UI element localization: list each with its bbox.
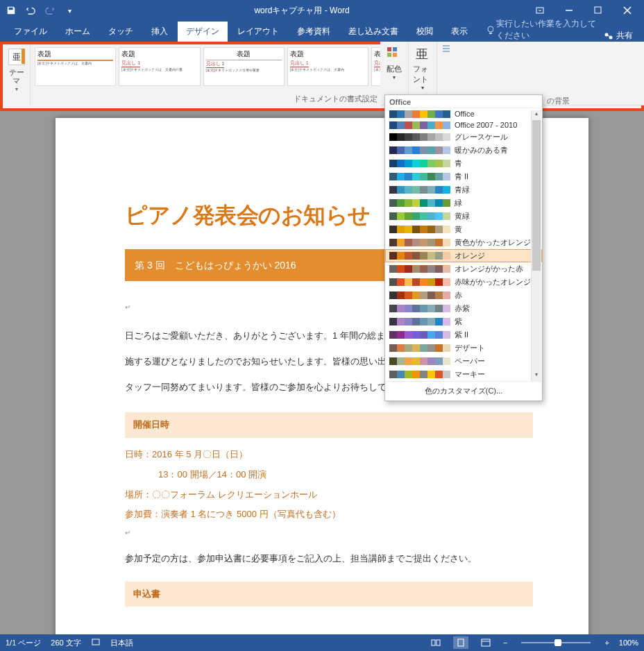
tab-design[interactable]: デザイン [178,22,228,42]
color-scheme-row[interactable]: 青 [385,157,542,170]
color-scheme-label: 青緑 [455,185,538,195]
color-scheme-row[interactable]: 赤紫 [385,302,542,315]
color-swatches [389,371,450,378]
tab-layout[interactable]: レイアウト [229,22,287,42]
color-scheme-row[interactable]: 紫 II [385,328,542,341]
document-canvas[interactable]: ピアノ発表会のお知らせ 第 3 回 こどもはっぴょうかい 2016 ↵ 日ごろは… [0,111,644,634]
color-scheme-row[interactable]: 青緑 [385,183,542,196]
color-scheme-row[interactable]: グレースケール [385,130,542,144]
card-sub: 見出し 1 [121,60,140,67]
word-count[interactable]: 260 文字 [51,638,80,648]
scroll-thumb[interactable] [532,120,541,271]
style-card[interactable]: 表題見出し 1[本文]テキストボックスは、文書内 [287,47,368,86]
fonts-button[interactable]: 亜 フォント ▾ [409,42,437,103]
color-scheme-row[interactable]: Office 2007 - 2010 [385,119,542,130]
color-scheme-label: ペーパー [455,356,538,366]
scroll-up[interactable]: ▴ [532,110,541,120]
language[interactable]: 日本語 [110,638,133,648]
color-swatches [389,331,450,339]
tab-review[interactable]: 校閲 [408,22,441,42]
share-button[interactable]: 共有 [598,30,638,42]
redo-button[interactable] [42,3,58,18]
ribbon-tabs: ファイル ホーム タッチ 挿入 デザイン レイアウト 参考資料 差し込み文書 校… [0,21,644,42]
schedule-line[interactable]: 13：00 開場／14：00 開演 [125,466,533,484]
color-scheme-row[interactable]: デザート [385,341,542,355]
card-body: [本文]テキストボックスは、文書内の重 [121,68,197,72]
theme-glyph: 亜 [12,51,21,63]
tab-file[interactable]: ファイル [6,22,56,42]
color-scheme-label: マーキー [455,369,538,380]
view-read[interactable] [428,636,443,649]
view-print[interactable] [453,636,468,649]
schedule-line[interactable]: 参加費：演奏者 1 名につき 5000 円（写真代も含む） [125,506,533,523]
schedule-line[interactable]: 場所：〇〇フォーラム レクリエーションホール [125,487,533,504]
tab-insert[interactable]: 挿入 [143,22,176,42]
ribbon-options-button[interactable] [526,2,554,19]
scroll-track[interactable] [532,120,541,371]
style-card[interactable]: 表題[本文]テキストボックスは、文書内 [35,47,116,86]
color-scheme-row[interactable]: ペーパー [385,355,542,368]
proofing-icon[interactable] [91,637,101,648]
color-scheme-row[interactable]: 黄 [385,223,542,236]
tab-view[interactable]: 表示 [443,22,476,42]
schedule-line[interactable]: 日時：2016 年 5 月〇日（日） [125,446,533,464]
share-icon [604,31,613,41]
body-line[interactable]: 参加予定の方は、参加申込書に必要事項をご記入の上、担当講師までご提出ください。 [125,550,533,568]
themes-button[interactable]: 亜 テーマ ▾ [6,47,28,94]
save-button[interactable] [3,3,19,18]
style-card[interactable]: 表題見出し 1[本文]テキストボックスは、文書内の重 [119,47,200,86]
bulb-icon [486,25,493,35]
color-scheme-row[interactable]: 紫 [385,315,542,328]
view-web[interactable] [478,636,493,649]
svg-rect-0 [536,8,543,13]
qat-more[interactable]: ▾ [61,3,78,18]
color-scheme-row[interactable]: 赤 [385,289,542,302]
heading-form[interactable]: 申込書 [125,582,533,607]
color-scheme-row[interactable]: Office [385,108,542,119]
tab-references[interactable]: 参考資料 [289,22,339,42]
color-scheme-row[interactable]: 黄色がかったオレンジ [385,236,542,249]
undo-icon [26,6,35,15]
color-swatches [389,318,450,326]
color-scheme-row[interactable]: 緑 [385,196,542,210]
tab-mailings[interactable]: 差し込み文書 [340,22,407,42]
style-card[interactable]: 表題見出し 1[本文]テキリトボックス引用や重要 [203,47,285,86]
color-scheme-row[interactable]: 暖かみのある青 [385,144,542,157]
close-button[interactable] [613,2,641,19]
scroll-down[interactable]: ▾ [532,371,541,381]
redo-icon [45,6,55,15]
color-scheme-row[interactable]: 黄緑 [385,210,542,223]
color-scheme-row[interactable]: マーキー [385,368,542,381]
color-scheme-label: 青 II [455,171,538,182]
heading-schedule[interactable]: 開催日時 [125,412,533,438]
fonts-label: フォント [413,64,432,85]
page-count[interactable]: 1/1 ページ [6,638,41,648]
card-body: [本文]テキストボックスは、文書内 [37,62,113,66]
color-scheme-label: グレースケール [455,132,538,142]
card-body: [本文]テキストボックスは、文書内 [290,68,366,72]
zoom-out[interactable]: − [503,639,507,647]
zoom-in[interactable]: + [604,639,609,647]
tab-touch[interactable]: タッチ [100,22,142,42]
themes-icon: 亜 [8,49,25,65]
tell-me[interactable]: 実行したい作業を入力してください [486,18,597,42]
color-swatches [389,344,450,352]
maximize-button[interactable] [584,2,612,19]
color-swatches [389,252,450,260]
color-scheme-label: 赤紫 [455,303,538,314]
colors-button[interactable]: 配色 ▾ [380,42,409,103]
undo-button[interactable] [22,3,39,18]
tab-home[interactable]: ホーム [57,22,99,42]
minimize-button[interactable] [555,2,583,19]
zoom-slider[interactable] [521,642,591,643]
popup-scrollbar[interactable]: ▴ ▾ [531,110,541,381]
zoom-level[interactable]: 100% [619,639,638,647]
customize-colors[interactable]: 色のカスタマイズ(C)... [385,381,542,400]
color-scheme-row[interactable]: オレンジ [385,249,542,262]
popup-section-label: Office [385,95,542,108]
color-scheme-row[interactable]: 赤味がかったオレンジ [385,276,542,289]
color-scheme-row[interactable]: オレンジがかった赤 [385,262,542,276]
zoom-thumb[interactable] [554,639,561,646]
color-scheme-row[interactable]: 青 II [385,170,542,183]
card-title: 表題 [121,49,197,59]
